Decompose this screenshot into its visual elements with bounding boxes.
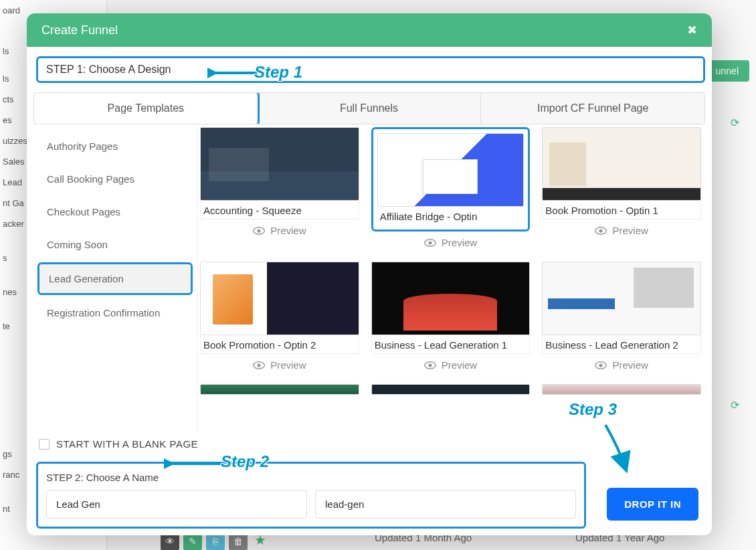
preview-link[interactable]: Preview bbox=[542, 219, 701, 242]
template-name: Accounting - Squeeze bbox=[200, 201, 359, 219]
template-card[interactable]: Business - Lead Generation 1Preview bbox=[371, 262, 531, 376]
template-thumbnail[interactable] bbox=[200, 262, 359, 335]
template-grid-wrapper[interactable]: Accounting - SqueezePreviewAffiliate Bri… bbox=[197, 124, 705, 433]
category-list: Authority Pages Call Booking Pages Check… bbox=[33, 124, 197, 433]
template-name: Book Promotion - Optin 2 bbox=[200, 335, 359, 354]
refresh-icon[interactable]: ⟳ bbox=[731, 399, 739, 411]
blank-page-row: START WITH A BLANK PAGE bbox=[39, 438, 702, 450]
svg-point-9 bbox=[428, 363, 432, 367]
template-thumbnail[interactable] bbox=[200, 127, 359, 201]
blank-page-label: START WITH A BLANK PAGE bbox=[56, 438, 198, 450]
eye-icon bbox=[424, 239, 436, 247]
svg-point-3 bbox=[428, 241, 432, 244]
template-name: Affiliate Bridge - Optin bbox=[377, 207, 525, 225]
step2-zone: STEP 2: Choose A Name bbox=[36, 462, 586, 529]
close-icon[interactable]: ✖ bbox=[687, 23, 697, 37]
modal-body: STEP 1: Choose A Design Page Templates F… bbox=[27, 47, 712, 535]
eye-icon bbox=[253, 227, 265, 235]
template-card[interactable]: Accounting - SqueezePreview bbox=[200, 127, 359, 254]
template-thumbnail[interactable] bbox=[542, 262, 701, 335]
eye-icon bbox=[595, 361, 607, 369]
template-thumbnail[interactable] bbox=[371, 262, 531, 335]
template-area: Authority Pages Call Booking Pages Check… bbox=[33, 124, 705, 433]
template-name: Business - Lead Generation 2 bbox=[542, 335, 701, 354]
template-card-partial[interactable] bbox=[542, 384, 701, 395]
category-checkout-pages[interactable]: Checkout Pages bbox=[33, 195, 197, 228]
template-name: Book Promotion - Optin 1 bbox=[542, 201, 701, 219]
eye-icon bbox=[253, 361, 265, 369]
preview-link[interactable]: Preview bbox=[200, 219, 359, 242]
template-thumbnail[interactable] bbox=[377, 133, 525, 207]
template-card[interactable]: Business - Lead Generation 2Preview bbox=[542, 262, 701, 376]
tab-page-templates[interactable]: Page Templates bbox=[33, 92, 260, 124]
modal-header: Create Funnel ✖ bbox=[27, 13, 712, 47]
template-card[interactable]: Book Promotion - Optin 2Preview bbox=[200, 262, 359, 376]
blank-page-checkbox[interactable] bbox=[39, 439, 50, 450]
category-authority-pages[interactable]: Authority Pages bbox=[33, 130, 197, 163]
step2-inputs bbox=[46, 490, 576, 519]
template-card-partial[interactable] bbox=[200, 384, 359, 395]
template-thumbnail[interactable] bbox=[542, 127, 701, 201]
template-tabs: Page Templates Full Funnels Import CF Fu… bbox=[33, 92, 705, 124]
step2-label: STEP 2: Choose A Name bbox=[46, 472, 576, 483]
svg-point-1 bbox=[258, 229, 261, 232]
svg-point-7 bbox=[258, 363, 261, 367]
modal-title: Create Funnel bbox=[41, 23, 118, 37]
svg-point-11 bbox=[599, 363, 603, 367]
template-name: Business - Lead Generation 1 bbox=[371, 335, 531, 354]
step1-label: STEP 1: Choose A Design bbox=[36, 56, 705, 83]
preview-link[interactable]: Preview bbox=[200, 354, 359, 376]
category-lead-generation[interactable]: Lead Generation bbox=[37, 262, 193, 295]
template-card-partial[interactable] bbox=[371, 384, 531, 395]
funnel-name-input[interactable] bbox=[46, 490, 307, 519]
category-call-booking-pages[interactable]: Call Booking Pages bbox=[33, 163, 197, 195]
template-grid: Accounting - SqueezePreviewAffiliate Bri… bbox=[200, 127, 705, 395]
eye-icon bbox=[595, 227, 607, 235]
eye-icon bbox=[424, 361, 436, 369]
category-registration-confirmation[interactable]: Registration Confirmation bbox=[33, 296, 197, 329]
preview-link[interactable]: Preview bbox=[371, 232, 531, 254]
template-card[interactable]: Book Promotion - Optin 1Preview bbox=[542, 127, 701, 254]
template-card[interactable]: Affiliate Bridge - OptinPreview bbox=[371, 127, 531, 254]
preview-link[interactable]: Preview bbox=[371, 354, 531, 376]
create-funnel-modal: Create Funnel ✖ STEP 1: Choose A Design … bbox=[27, 13, 712, 535]
category-coming-soon[interactable]: Coming Soon bbox=[33, 228, 197, 261]
refresh-icon[interactable]: ⟳ bbox=[731, 116, 739, 129]
drop-it-in-button[interactable]: DROP IT IN bbox=[607, 488, 698, 521]
tab-import-cf[interactable]: Import CF Funnel Page bbox=[481, 93, 704, 124]
tab-full-funnels[interactable]: Full Funnels bbox=[258, 93, 482, 124]
preview-link[interactable]: Preview bbox=[542, 354, 701, 376]
funnel-slug-input[interactable] bbox=[315, 490, 576, 519]
svg-point-5 bbox=[599, 229, 603, 232]
